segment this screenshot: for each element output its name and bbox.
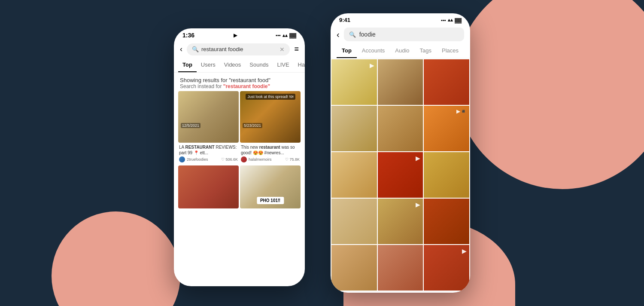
video-thumbnail-3 (178, 165, 239, 208)
video-card-1[interactable]: 12/5/2021 LA RESTAURANT REVIEWS: part 99… (178, 91, 239, 164)
wifi-icon: ▴▴ (283, 33, 288, 38)
ig-play-icon-1: ▶ (370, 62, 374, 69)
ig-cell-6[interactable]: ▶◾ (424, 106, 469, 151)
tab-top-left[interactable]: Top (178, 58, 197, 72)
ig-play-icon-15: ▶ (462, 248, 467, 254)
ig-bottom-nav: ⌂ 🔍 ▶◾ 🛒 👤 (331, 291, 470, 293)
ig-photo-9 (424, 152, 469, 198)
video-info-2: This new restaurant was so good! 😍😍 #new… (240, 143, 301, 164)
time-display-right: 9:41 (339, 17, 350, 23)
ig-photo-10 (331, 199, 377, 244)
signal-icon-right: ▪▪▪ (441, 18, 446, 23)
ig-photo-13 (331, 245, 377, 291)
ig-tab-places[interactable]: Places (437, 44, 464, 58)
tab-sounds[interactable]: Sounds (245, 58, 273, 72)
ig-reels-icon-6: ▶◾ (456, 108, 467, 114)
video-image-3 (178, 165, 239, 208)
phones-container: 1:36 ▶ ▪▪▪ ▴▴ ▓▓ ‹ 🔍 restaurant foodie ✕… (0, 0, 644, 306)
video-thumbnail-1: 12/5/2021 (178, 91, 239, 143)
results-main-text: Showing results for "restaurant food" (180, 77, 299, 83)
clear-search-button[interactable]: ✕ (279, 46, 285, 53)
ig-photo-grid: ▶ ▶◾ ▶ (331, 58, 470, 291)
video-image-1 (178, 91, 239, 143)
signal-icon: ▪▪▪ (276, 33, 281, 38)
search-input-wrap-left[interactable]: 🔍 restaurant foodie ✕ (187, 43, 290, 55)
ig-photo-2 (378, 59, 423, 105)
pho-label: PHO 101‼️ (257, 197, 284, 204)
tab-hash[interactable]: Hash (294, 58, 305, 72)
video-likes-2: ♡ 75.8K (285, 157, 300, 162)
video-likes-1: ♡ 506.6K (221, 157, 238, 162)
search-icon-right: 🔍 (349, 31, 356, 38)
back-button-right[interactable]: ‹ (337, 30, 340, 40)
video-card-3[interactable] (178, 165, 239, 208)
ig-tab-accounts[interactable]: Accounts (357, 44, 390, 58)
status-icons: ▪▪▪ ▴▴ ▓▓ (276, 33, 296, 38)
video-date-1: 12/5/2021 (181, 123, 200, 128)
phone-instagram: 9:41 ▪▪▪ ▴▴ ▓▓ ‹ 🔍 foodie Top Accounts A… (331, 13, 470, 293)
ig-cell-14[interactable] (378, 245, 423, 291)
video-date-2: 5/23/2021 (243, 123, 262, 128)
tab-videos[interactable]: Videos (220, 58, 246, 72)
ig-cell-9[interactable] (424, 152, 469, 198)
time-display: 1:36 (182, 32, 194, 39)
search-bar-right: ‹ 🔍 foodie (331, 25, 470, 44)
video-title-2: This new restaurant was so good! 😍😍 #new… (241, 144, 300, 156)
ig-photo-4 (331, 106, 377, 151)
ig-play-icon-8: ▶ (416, 155, 420, 162)
ig-cell-15[interactable]: ▶ (424, 245, 469, 291)
status-bar-left: 1:36 ▶ ▪▪▪ ▴▴ ▓▓ (174, 28, 305, 40)
ig-cell-3[interactable] (424, 59, 469, 105)
search-input-wrap-right[interactable]: 🔍 foodie (344, 28, 464, 41)
video-thumbnail-4: PHO 101‼️ (240, 165, 301, 208)
results-sub-prefix: Search instead for (180, 83, 223, 89)
video-overlay-2: Just look at this spread! 🍽 (245, 94, 295, 100)
tab-users[interactable]: Users (197, 58, 220, 72)
ig-tab-top[interactable]: Top (337, 44, 357, 58)
ig-photo-7 (331, 152, 377, 198)
search-tabs-left: Top Users Videos Sounds LIVE Hash (174, 58, 305, 73)
video-author-1: 2truefoodies (187, 157, 208, 162)
video-title-1: LA RESTAURANT REVIEWS: part 99 📍 ett... (179, 144, 238, 156)
ig-cell-12[interactable] (424, 199, 469, 244)
ig-cell-4[interactable] (331, 106, 377, 151)
ig-cell-2[interactable] (378, 59, 423, 105)
phone-tiktok: 1:36 ▶ ▪▪▪ ▴▴ ▓▓ ‹ 🔍 restaurant foodie ✕… (174, 28, 305, 286)
ig-tab-audio[interactable]: Audio (390, 44, 414, 58)
ig-cell-10[interactable] (331, 199, 377, 244)
ig-photo-3 (424, 59, 469, 105)
ig-cell-8[interactable]: ▶ (378, 152, 423, 198)
ig-cell-1[interactable]: ▶ (331, 59, 377, 105)
ig-cell-11[interactable]: ▶ (378, 199, 423, 244)
ig-tab-tags[interactable]: Tags (415, 44, 437, 58)
ig-photo-12 (424, 199, 469, 244)
back-button-left[interactable]: ‹ (178, 43, 184, 55)
status-bar-right: 9:41 ▪▪▪ ▴▴ ▓▓ (331, 13, 470, 25)
tab-live[interactable]: LIVE (273, 58, 293, 72)
search-tabs-right: Top Accounts Audio Tags Places (331, 44, 470, 58)
video-meta-2: halalmemoirs ♡ 75.8K (241, 156, 300, 162)
search-query-left: restaurant foodie (201, 46, 277, 52)
ig-cell-7[interactable] (331, 152, 377, 198)
ig-play-icon-11: ▶ (416, 201, 420, 208)
ig-cell-5[interactable] (378, 106, 423, 151)
video-avatar-2 (241, 156, 247, 162)
battery-icon: ▓▓ (289, 33, 296, 38)
search-bar-left: ‹ 🔍 restaurant foodie ✕ ≡ (174, 40, 305, 58)
ig-photo-14 (378, 245, 423, 291)
results-heading: Showing results for "restaurant food" Se… (174, 73, 305, 91)
wifi-icon-right: ▴▴ (448, 17, 453, 23)
battery-icon-right: ▓▓ (455, 18, 462, 23)
filter-icon[interactable]: ≡ (292, 43, 301, 55)
video-card-2[interactable]: Just look at this spread! 🍽 5/23/2021 Th… (240, 91, 301, 164)
ig-photo-5 (378, 106, 423, 151)
video-meta-1: 2truefoodies ♡ 506.6K (179, 156, 238, 162)
video-avatar-1 (179, 156, 185, 162)
video-card-4[interactable]: PHO 101‼️ (240, 165, 301, 208)
search-query-right: foodie (359, 31, 376, 38)
video-author-2: halalmemoirs (249, 157, 272, 162)
results-link[interactable]: "restaurant foodie" (223, 83, 270, 89)
ig-cell-13[interactable] (331, 245, 377, 291)
video-thumbnail-2: Just look at this spread! 🍽 5/23/2021 (240, 91, 301, 143)
search-icon-left: 🔍 (192, 46, 199, 52)
